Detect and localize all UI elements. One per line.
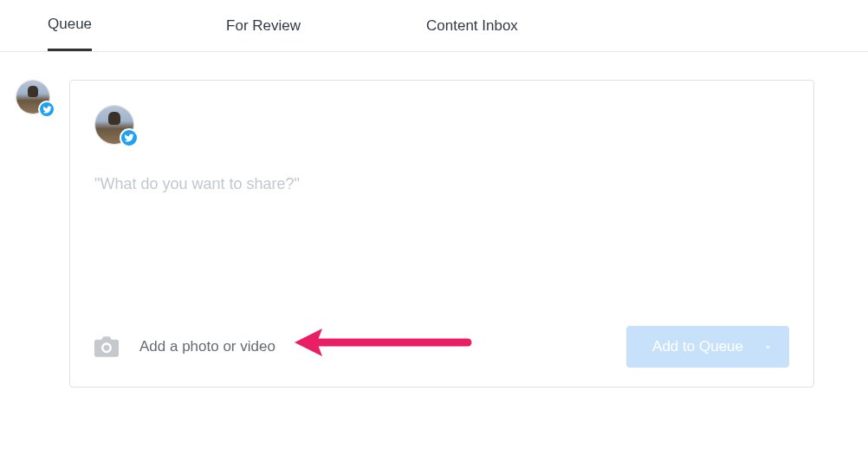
chevron-down-icon	[762, 342, 774, 353]
twitter-icon	[38, 101, 55, 118]
twitter-icon	[120, 128, 139, 147]
tab-content-inbox[interactable]: Content Inbox	[426, 17, 518, 50]
add-media-button[interactable]: Add a photo or video	[94, 336, 275, 357]
account-avatar[interactable]	[16, 80, 52, 116]
add-to-queue-label: Add to Queue	[652, 338, 743, 355]
composer-input[interactable]	[94, 175, 789, 317]
composer-card: Add a photo or video Add to Queue	[69, 80, 814, 388]
tab-for-review[interactable]: For Review	[226, 17, 301, 50]
add-to-queue-button[interactable]: Add to Queue	[626, 326, 789, 368]
composer-footer: Add a photo or video Add to Queue	[94, 326, 789, 368]
content-area: Add a photo or video Add to Queue	[0, 52, 868, 388]
composer-account-avatar[interactable]	[94, 105, 134, 145]
camera-icon	[94, 336, 119, 357]
tab-queue[interactable]: Queue	[48, 16, 92, 51]
tabs-bar: Queue For Review Content Inbox	[0, 0, 868, 52]
add-media-label: Add a photo or video	[139, 338, 275, 355]
